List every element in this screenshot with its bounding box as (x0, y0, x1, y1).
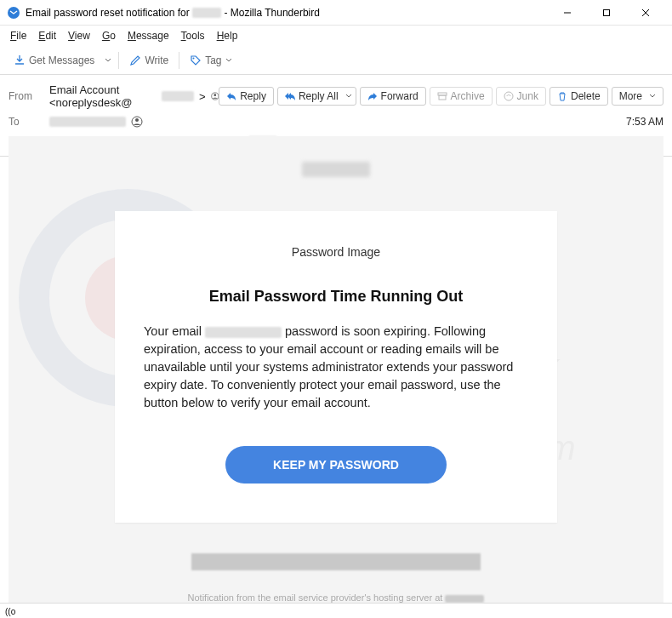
tag-label: Tag (205, 54, 221, 66)
email-footnote: Notification from the email service prov… (9, 591, 663, 603)
get-messages-dropdown[interactable] (101, 54, 115, 67)
minimize-button[interactable] (548, 0, 587, 26)
pencil-icon (129, 54, 141, 66)
from-value: Email Account <noreplysdesk@> (49, 83, 219, 109)
reply-icon (226, 91, 236, 101)
separator (179, 52, 179, 69)
menu-edit[interactable]: Edit (33, 28, 61, 43)
from-text: Email Account <noreplysdesk@ (49, 83, 157, 109)
delete-button[interactable]: Delete (550, 87, 608, 106)
menu-go[interactable]: Go (97, 28, 121, 43)
forward-button[interactable]: Forward (360, 87, 426, 106)
get-messages-label: Get Messages (29, 54, 94, 66)
menu-view[interactable]: View (63, 28, 95, 43)
svg-point-10 (504, 92, 513, 100)
window-app-name: - Mozilla Thunderbird (224, 7, 320, 19)
tag-button[interactable]: Tag (183, 51, 238, 70)
email-title: Email Password Time Running Out (144, 288, 528, 306)
junk-button[interactable]: Junk (496, 87, 546, 106)
menubar: FFileile Edit View Go Message Tools Help (0, 26, 672, 46)
separator (118, 52, 119, 69)
delete-label: Delete (571, 90, 601, 102)
archive-label: Archive (451, 90, 485, 102)
svg-text:((o)): ((o)) (5, 607, 15, 616)
reply-label: Reply (240, 90, 266, 102)
archive-button[interactable]: Archive (430, 87, 493, 106)
thunderbird-app-icon (7, 6, 20, 20)
more-label: More (619, 90, 642, 102)
redacted-bar (191, 553, 481, 570)
window-title: Email password reset notification for - … (26, 7, 548, 19)
redacted-text (192, 8, 221, 18)
statusbar: ((o)) (0, 603, 672, 618)
menu-message[interactable]: Message (122, 28, 174, 43)
redacted-text (445, 595, 484, 603)
archive-icon (437, 91, 447, 101)
reply-all-icon (285, 91, 295, 101)
from-tail: > (199, 90, 206, 103)
get-messages-button[interactable]: Get Messages (7, 51, 101, 70)
junk-label: Junk (517, 90, 538, 102)
window-title-text: Email password reset notification for (26, 7, 190, 19)
message-time: 7:53 AM (626, 116, 663, 128)
write-label: Write (145, 54, 168, 66)
from-row: From Email Account <noreplysdesk@> Reply… (9, 80, 663, 112)
message-actions: Reply Reply All Forward Archive Junk Del… (219, 87, 663, 106)
svg-point-7 (214, 94, 216, 96)
window-controls (548, 0, 665, 26)
footnote-line-1: Notification from the email service prov… (188, 592, 446, 603)
menu-tools[interactable]: Tools (176, 28, 210, 43)
maximize-button[interactable] (587, 0, 626, 26)
tag-icon (190, 54, 202, 66)
keep-my-password-button[interactable]: KEEP MY PASSWORD (225, 446, 447, 484)
menu-file[interactable]: FFileile (5, 28, 31, 43)
chevron-down-icon (225, 57, 232, 64)
contact-icon[interactable] (211, 90, 219, 102)
more-button[interactable]: More (612, 87, 663, 106)
write-button[interactable]: Write (122, 51, 175, 70)
reply-all-label: Reply All (299, 90, 339, 102)
junk-icon (504, 91, 514, 101)
email-content: Password Image Email Password Time Runni… (9, 136, 663, 603)
redacted-text (205, 327, 282, 338)
email-body: Your email password is soon expiring. Fo… (144, 323, 528, 412)
redacted-text (49, 117, 126, 127)
contact-icon[interactable] (131, 116, 143, 128)
password-image-placeholder: Password Image (144, 245, 528, 259)
svg-rect-9 (439, 95, 446, 100)
chevron-down-icon (649, 93, 656, 100)
redacted-text (162, 91, 194, 101)
from-label: From (9, 90, 49, 102)
redacted-text (302, 162, 370, 177)
reply-all-button[interactable]: Reply All (277, 87, 356, 106)
chevron-down-icon (105, 57, 111, 64)
reply-button[interactable]: Reply (219, 87, 274, 106)
forward-label: Forward (381, 90, 419, 102)
message-body-pane: pcrisk .com Password Image Email Passwor… (9, 136, 663, 603)
menu-help[interactable]: Help (212, 28, 243, 43)
email-body-pre: Your email (144, 324, 205, 338)
trash-icon (557, 91, 567, 101)
svg-rect-2 (604, 9, 610, 15)
svg-point-5 (193, 57, 195, 59)
online-status-icon[interactable]: ((o)) (5, 606, 15, 616)
email-card: Password Image Email Password Time Runni… (115, 211, 557, 523)
titlebar: Email password reset notification for - … (0, 0, 672, 26)
svg-point-0 (8, 7, 20, 19)
svg-point-12 (135, 118, 139, 122)
to-label: To (9, 116, 49, 128)
forward-icon (367, 91, 378, 101)
to-value (49, 116, 626, 128)
to-row: To 7:53 AM (9, 112, 663, 131)
download-icon (14, 54, 26, 66)
close-button[interactable] (626, 0, 665, 26)
toolbar: Get Messages Write Tag (0, 46, 672, 75)
chevron-down-icon (345, 93, 352, 100)
